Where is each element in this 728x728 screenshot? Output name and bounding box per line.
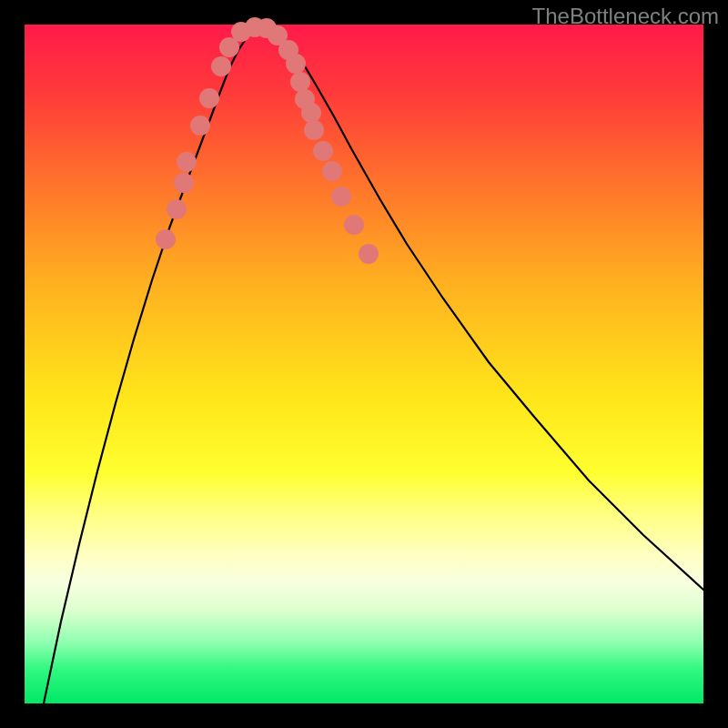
curve-marker [211,56,231,76]
marker-cluster-right [257,18,379,264]
bottleneck-curve [44,29,703,703]
curve-marker [304,120,324,140]
marker-cluster-left [156,17,265,249]
curve-marker [177,152,197,172]
curve-marker [174,173,194,193]
curve-marker [290,72,310,92]
curve-marker [331,187,351,207]
plot-area [25,25,703,703]
curve-marker [301,103,321,123]
curve-marker [167,199,187,219]
curve-marker [190,116,210,136]
curve-marker [199,88,219,108]
curve-marker [156,229,176,249]
watermark-text: TheBottleneck.com [532,4,719,29]
curve-marker [313,141,333,161]
curve-marker [322,161,342,181]
curve-svg [25,25,703,703]
curve-marker [344,215,364,235]
curve-marker [286,54,306,74]
curve-marker [359,244,379,264]
chart-frame: TheBottleneck.com [0,0,728,728]
